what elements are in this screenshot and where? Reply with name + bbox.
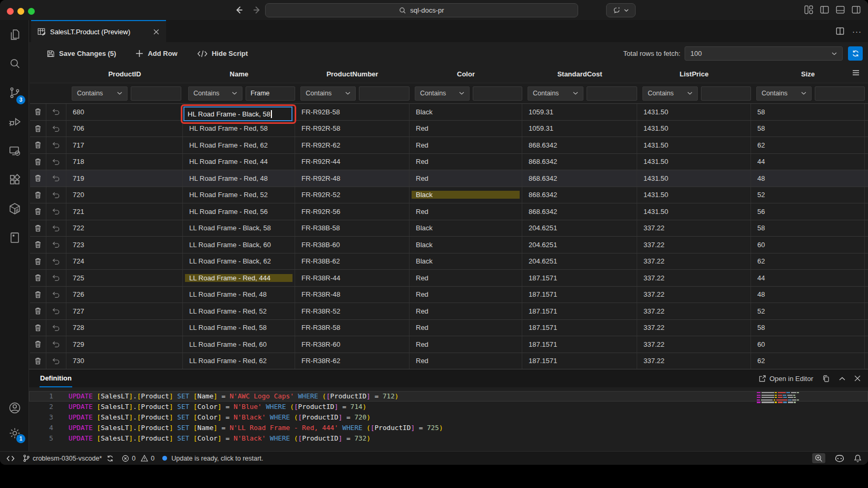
cell-size[interactable]: 52 (751, 187, 865, 203)
save-changes-button[interactable]: Save Changes (5) (46, 50, 116, 58)
close-window-button[interactable] (7, 8, 14, 15)
cell-productid[interactable]: 724 (66, 253, 183, 270)
sidebar-item-explorer[interactable] (0, 20, 29, 49)
sql-line[interactable]: 3UPDATE [SalesLT].[Product] SET [Color] … (29, 412, 868, 423)
undo-row-button[interactable] (46, 170, 66, 187)
cell-name[interactable]: LL Road Frame - Black, 60 (183, 237, 295, 253)
maximize-window-button[interactable] (28, 8, 35, 15)
cell-listprice[interactable]: 1431.50 (637, 137, 751, 153)
cell-size[interactable]: 58 (751, 104, 865, 120)
copilot-status-icon[interactable] (835, 455, 844, 462)
cell-color[interactable]: Red (409, 203, 522, 220)
delete-row-button[interactable] (30, 336, 46, 353)
cell-size[interactable]: 48 (751, 287, 865, 303)
cell-productnumber[interactable]: FR-R38R-44 (295, 270, 409, 286)
filter-input-size[interactable] (815, 86, 865, 101)
undo-row-button[interactable] (46, 220, 66, 237)
column-header-productid[interactable]: ProductID (66, 70, 183, 78)
cell-listprice[interactable]: 1431.50 (637, 170, 751, 187)
cell-size[interactable]: 62 (751, 353, 865, 369)
delete-row-button[interactable] (30, 353, 46, 369)
cell-productnumber[interactable]: FR-R92R-62 (295, 137, 409, 153)
undo-row-button[interactable] (46, 203, 66, 220)
cell-standardcost[interactable]: 868.6342 (522, 187, 637, 203)
column-header-name[interactable]: Name (183, 70, 295, 78)
cell-color[interactable]: Red (409, 270, 522, 286)
cell-size[interactable]: 44 (751, 154, 865, 170)
tab-close-icon[interactable] (151, 27, 161, 36)
sql-script-editor[interactable]: 1UPDATE [SalesLT].[Product] SET [Name] =… (29, 387, 868, 451)
cell-standardcost[interactable]: 1059.31 (522, 121, 637, 137)
cell-size[interactable]: 56 (751, 203, 865, 220)
filter-input-listprice[interactable] (701, 86, 751, 101)
cell-productnumber[interactable]: FR-R92B-58 (295, 104, 409, 120)
cell-color[interactable]: Black (409, 187, 522, 203)
cell-size[interactable]: 60 (751, 336, 865, 353)
toggle-panel-icon[interactable] (836, 5, 845, 14)
cell-productnumber[interactable]: FR-R38B-58 (295, 220, 409, 237)
delete-row-button[interactable] (30, 104, 46, 120)
cell-productid[interactable]: 723 (66, 237, 183, 253)
settings-button[interactable]: 1 (0, 421, 29, 446)
cell-productid[interactable]: 719 (66, 170, 183, 187)
cell-name[interactable]: LL Road Frame - Red, 52 (183, 303, 295, 319)
cell-productid[interactable]: 718 (66, 154, 183, 170)
cell-productnumber[interactable]: FR-R38B-60 (295, 237, 409, 253)
delete-row-button[interactable] (30, 303, 46, 319)
cell-standardcost[interactable]: 187.1571 (522, 336, 637, 353)
sidebar-item-source-control[interactable]: 3 (0, 78, 29, 107)
open-in-editor-button[interactable]: Open in Editor (758, 375, 813, 383)
cell-productnumber[interactable]: FR-R38R-62 (295, 353, 409, 369)
close-panel-icon[interactable] (854, 375, 861, 382)
back-button[interactable] (234, 5, 243, 15)
undo-row-button[interactable] (46, 303, 66, 319)
zoom-status-icon[interactable] (812, 453, 825, 463)
filter-operator-select-size[interactable]: Contains (756, 86, 812, 101)
cell-productnumber[interactable]: FR-R38B-62 (295, 253, 409, 270)
filter-operator-select-standardcost[interactable]: Contains (528, 86, 583, 101)
cell-listprice[interactable]: 1431.50 (637, 104, 751, 120)
cell-name[interactable]: LL Road Frame - Red, 444 (183, 270, 295, 286)
cell-size[interactable]: 44 (751, 270, 865, 286)
cell-size[interactable]: 58 (751, 320, 865, 336)
cell-standardcost[interactable]: 1059.31 (522, 104, 637, 120)
cell-size[interactable]: 60 (751, 237, 865, 253)
cell-listprice[interactable]: 1431.50 (637, 154, 751, 170)
cell-edit-input[interactable]: HL Road Frame - Black, 58 (183, 106, 292, 121)
cell-size[interactable]: 48 (751, 170, 865, 187)
delete-row-button[interactable] (30, 220, 46, 237)
cell-color[interactable]: Red (409, 154, 522, 170)
cell-standardcost[interactable]: 868.6342 (522, 203, 637, 220)
undo-row-button[interactable] (46, 320, 66, 336)
cell-color[interactable]: Black (409, 253, 522, 270)
customize-layout-icon[interactable] (804, 5, 813, 14)
cell-productnumber[interactable]: FR-R38R-60 (295, 336, 409, 353)
cell-standardcost[interactable]: 868.6342 (522, 154, 637, 170)
toggle-primary-sidebar-icon[interactable] (820, 5, 829, 14)
cell-listprice[interactable]: 1431.50 (637, 187, 751, 203)
filter-input-productnumber[interactable] (359, 86, 409, 101)
forward-button[interactable] (252, 5, 262, 15)
undo-row-button[interactable] (46, 104, 66, 120)
cell-listprice[interactable]: 1431.50 (637, 203, 751, 220)
sidebar-item-notebooks[interactable] (0, 223, 29, 252)
cell-name[interactable]: HL Road Frame - Red, 62 (183, 137, 295, 153)
cell-productnumber[interactable]: FR-R38R-58 (295, 320, 409, 336)
sidebar-item-search[interactable] (0, 49, 29, 78)
cell-listprice[interactable]: 337.22 (637, 220, 751, 237)
cell-productid[interactable]: 729 (66, 336, 183, 353)
minimize-window-button[interactable] (17, 8, 24, 15)
cell-color[interactable]: Red (409, 336, 522, 353)
sidebar-item-remote-explorer[interactable] (0, 136, 29, 165)
cell-standardcost[interactable]: 187.1571 (522, 320, 637, 336)
cell-size[interactable]: 62 (751, 253, 865, 270)
cell-listprice[interactable]: 337.22 (637, 287, 751, 303)
cell-listprice[interactable]: 337.22 (637, 320, 751, 336)
split-editor-icon[interactable] (836, 27, 844, 35)
cell-productid[interactable]: 730 (66, 353, 183, 369)
command-center-search[interactable]: sql-docs-pr (265, 3, 578, 17)
cell-standardcost[interactable]: 204.6251 (522, 220, 637, 237)
cell-listprice[interactable]: 337.22 (637, 270, 751, 286)
filter-operator-select-productnumber[interactable]: Contains (300, 86, 356, 101)
refresh-button[interactable] (848, 46, 863, 61)
